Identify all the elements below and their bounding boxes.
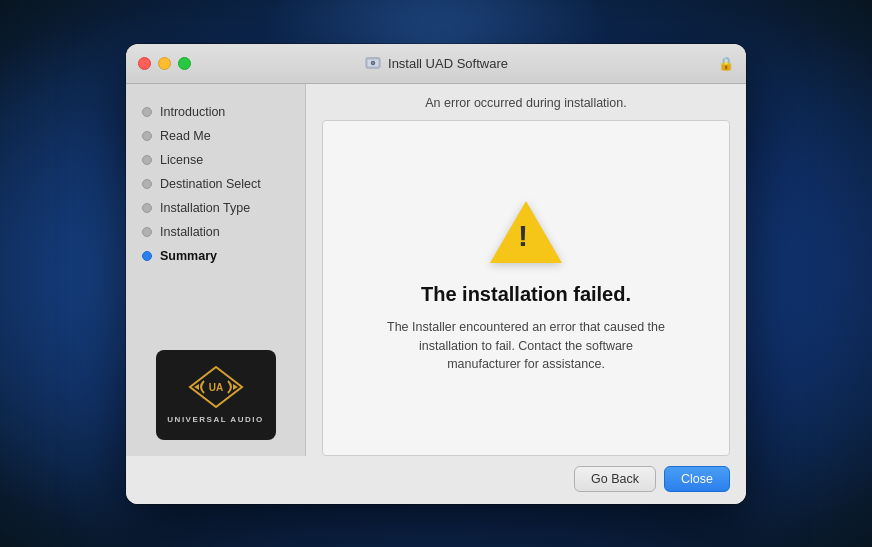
close-button[interactable] bbox=[138, 57, 151, 70]
close-installer-button[interactable]: Close bbox=[664, 466, 730, 492]
error-subtitle: An error occurred during installation. bbox=[306, 84, 746, 120]
ua-logo-text: UNIVERSAL AUDIO bbox=[167, 415, 263, 424]
universal-audio-logo: UA UNIVERSAL AUDIO bbox=[156, 350, 276, 440]
sidebar-step-read-me: Read Me bbox=[142, 124, 305, 148]
title-bar-content: Install UAD Software bbox=[364, 54, 508, 72]
step-dot-introduction bbox=[142, 107, 152, 117]
step-label-read-me: Read Me bbox=[160, 129, 211, 143]
sidebar-step-summary: Summary bbox=[142, 244, 305, 268]
sidebar-step-destination-select: Destination Select bbox=[142, 172, 305, 196]
step-label-installation: Installation bbox=[160, 225, 220, 239]
svg-text:UA: UA bbox=[208, 382, 222, 393]
sidebar-step-introduction: Introduction bbox=[142, 100, 305, 124]
main-content: IntroductionRead MeLicenseDestination Se… bbox=[126, 84, 746, 456]
window-title: Install UAD Software bbox=[388, 56, 508, 71]
sidebar: IntroductionRead MeLicenseDestination Se… bbox=[126, 84, 306, 456]
step-label-summary: Summary bbox=[160, 249, 217, 263]
installer-window: Install UAD Software 🔒 IntroductionRead … bbox=[126, 44, 746, 504]
title-bar: Install UAD Software 🔒 bbox=[126, 44, 746, 84]
step-dot-summary bbox=[142, 251, 152, 261]
installer-icon bbox=[364, 54, 382, 72]
step-dot-destination-select bbox=[142, 179, 152, 189]
error-content-box: The installation failed. The Installer e… bbox=[322, 120, 730, 456]
step-dot-license bbox=[142, 155, 152, 165]
warning-triangle-icon bbox=[490, 201, 562, 263]
ua-logo-svg: UA bbox=[186, 365, 246, 409]
step-label-license: License bbox=[160, 153, 203, 167]
step-dot-installation bbox=[142, 227, 152, 237]
step-dot-installation-type bbox=[142, 203, 152, 213]
go-back-button[interactable]: Go Back bbox=[574, 466, 656, 492]
traffic-lights bbox=[138, 57, 191, 70]
svg-marker-7 bbox=[233, 384, 238, 390]
minimize-button[interactable] bbox=[158, 57, 171, 70]
footer: Go Back Close bbox=[126, 456, 746, 504]
svg-point-3 bbox=[372, 62, 374, 64]
sidebar-steps: IntroductionRead MeLicenseDestination Se… bbox=[126, 100, 305, 334]
content-panel: An error occurred during installation. T… bbox=[306, 84, 746, 456]
step-label-installation-type: Installation Type bbox=[160, 201, 250, 215]
error-title: The installation failed. bbox=[421, 283, 631, 306]
sidebar-step-installation-type: Installation Type bbox=[142, 196, 305, 220]
step-label-destination-select: Destination Select bbox=[160, 177, 261, 191]
step-label-introduction: Introduction bbox=[160, 105, 225, 119]
step-dot-read-me bbox=[142, 131, 152, 141]
sidebar-step-license: License bbox=[142, 148, 305, 172]
error-description: The Installer encountered an error that … bbox=[386, 318, 666, 374]
maximize-button[interactable] bbox=[178, 57, 191, 70]
svg-marker-6 bbox=[194, 384, 199, 390]
sidebar-step-installation: Installation bbox=[142, 220, 305, 244]
lock-icon: 🔒 bbox=[718, 56, 734, 71]
